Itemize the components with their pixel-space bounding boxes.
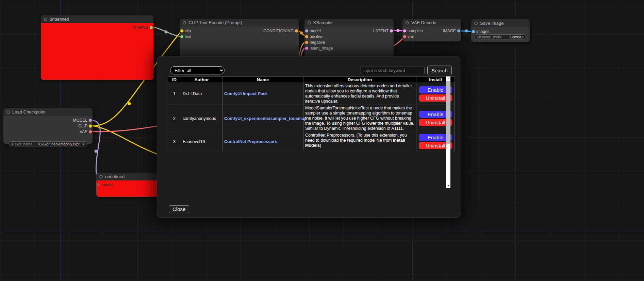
node-header[interactable]: VAE Decode <box>402 19 461 27</box>
input-slot-positive[interactable] <box>305 35 308 38</box>
link-midpoint-dot <box>300 32 303 35</box>
node-body: images filename_prefix ComfyUI <box>471 27 530 42</box>
table-scrollbar[interactable]: ▲ ▼ <box>446 76 450 188</box>
input-slot-vae[interactable] <box>403 35 406 38</box>
output-slot-vae[interactable] <box>89 130 92 133</box>
node-header[interactable]: KSampler <box>304 19 394 27</box>
output-label-conditioning: CONDITIONING <box>263 29 294 33</box>
node-title: undefined <box>50 17 69 22</box>
filename-prefix-widget[interactable]: filename_prefix ComfyUI <box>475 34 526 39</box>
output-slot-latent[interactable] <box>390 29 393 32</box>
collapse-dot-icon[interactable] <box>406 21 409 24</box>
node-body: samples IMAGE vae <box>402 27 461 41</box>
input-label-vae: vae <box>408 34 414 39</box>
extension-link[interactable]: ComfyUI_experiments/sampler_tonemap <box>224 116 307 121</box>
input-slot-model[interactable] <box>305 29 308 32</box>
node-header[interactable]: Load Checkpoint <box>3 108 93 116</box>
input-slot-text[interactable] <box>180 35 183 38</box>
collapse-dot-icon[interactable] <box>308 21 311 24</box>
increment-arrow-icon[interactable]: ▶ <box>83 143 85 145</box>
output-slot-conditioning[interactable] <box>295 29 298 32</box>
header-id: ID <box>168 77 181 83</box>
cell-name: ComfyUI_experiments/sampler_tonemap <box>222 105 303 132</box>
input-slot-clip[interactable] <box>180 29 183 32</box>
collapse-dot-icon[interactable] <box>99 175 103 178</box>
collapse-dot-icon[interactable] <box>183 21 186 24</box>
description-text: ) <box>320 143 321 148</box>
ckpt-name-widget[interactable]: ◀ ckpt_name v1-5-pruned-emaonly.ckpt ▶ <box>9 141 87 146</box>
cell-id: 1 <box>168 83 181 105</box>
link-midpoint-dot <box>165 31 168 34</box>
input-slot-images[interactable] <box>472 30 475 33</box>
node-body: STRING <box>41 23 153 80</box>
node-header[interactable]: Save Image <box>471 19 530 27</box>
node-load-checkpoint[interactable]: Load Checkpoint MODEL CLIP VAE ◀ ckpt_na… <box>3 108 93 144</box>
header-description: Description <box>303 77 416 83</box>
output-slot-string[interactable] <box>150 26 153 29</box>
scroll-down-icon[interactable]: ▼ <box>446 184 450 188</box>
node-header[interactable]: undefined <box>96 173 161 180</box>
link-midpoint-dot <box>397 29 400 32</box>
node-title: VAE Decode <box>411 20 436 25</box>
cell-id: 2 <box>168 105 181 132</box>
extension-link[interactable]: ComfyUI Impact Pack <box>224 91 268 96</box>
node-ksampler[interactable]: KSampler model LATENT positive negative … <box>304 19 394 59</box>
link-midpoint-dot <box>465 30 468 33</box>
cell-description: ControlNet Preprocessors. (To use this e… <box>303 132 416 151</box>
input-label-model: model <box>101 182 113 187</box>
collapse-dot-icon[interactable] <box>474 22 478 25</box>
node-title: undefined <box>105 174 125 179</box>
search-input[interactable] <box>361 67 425 74</box>
output-label-latent: LATENT <box>373 29 389 33</box>
node-undefined-top[interactable]: undefined STRING <box>41 15 153 80</box>
wire-clip-to-hidden <box>90 126 163 156</box>
widget-value: ComfyUI <box>510 35 524 39</box>
link-midpoint-dot <box>95 150 98 153</box>
scrollbar-thumb[interactable] <box>446 81 450 144</box>
output-label-string: STRING <box>133 25 148 30</box>
custom-nodes-manager-dialog: Filter: all Search ID Author Name Descri… <box>157 56 460 217</box>
grid-axis-horizontal <box>0 232 644 232</box>
node-clip-text-encode[interactable]: CLIP Text Encode (Prompt) clip CONDITION… <box>180 19 299 59</box>
header-name: Name <box>222 77 303 83</box>
extension-link[interactable]: ControlNet Preprocessors <box>224 139 277 144</box>
node-body: model <box>96 180 161 197</box>
input-slot-latent-image[interactable] <box>305 47 308 50</box>
node-save-image[interactable]: Save Image images filename_prefix ComfyU… <box>471 19 530 42</box>
filter-select[interactable]: Filter: all <box>170 66 225 74</box>
scroll-up-icon[interactable]: ▲ <box>446 76 450 81</box>
input-slot-negative[interactable] <box>305 41 308 44</box>
node-undefined-bottom[interactable]: undefined model <box>96 173 161 197</box>
cell-author: Dr.Lt.Data <box>181 83 222 105</box>
node-vae-decode[interactable]: VAE Decode samples IMAGE vae <box>402 19 461 41</box>
decrement-arrow-icon[interactable]: ◀ <box>11 143 13 145</box>
collapse-dot-icon[interactable] <box>6 110 10 114</box>
cell-author: Fannovel16 <box>181 132 222 151</box>
output-slot-clip[interactable] <box>89 124 92 127</box>
node-header[interactable]: undefined <box>41 15 153 23</box>
node-body: MODEL CLIP VAE ◀ ckpt_name v1-5-pruned-e… <box>3 116 93 144</box>
header-author: Author <box>181 77 222 83</box>
close-button[interactable]: Close <box>169 205 189 213</box>
input-label-images: images <box>476 29 490 34</box>
output-slot-image[interactable] <box>457 29 460 32</box>
input-label-text: text <box>185 34 191 39</box>
output-label-model: MODEL <box>73 118 87 123</box>
table-row: 1Dr.Lt.DataComfyUI Impact PackThis exten… <box>168 83 455 105</box>
table-header-row: ID Author Name Description Install <box>168 77 455 83</box>
table-row: 3Fannovel16ControlNet PreprocessorsContr… <box>168 132 455 151</box>
wire-string-to-text <box>151 27 182 36</box>
description-text: This extension offers various detector n… <box>305 84 412 104</box>
output-slot-model[interactable] <box>89 119 92 122</box>
collapse-dot-icon[interactable] <box>44 18 47 21</box>
search-button[interactable]: Search <box>427 66 452 75</box>
input-slot-model[interactable] <box>97 183 100 186</box>
description-text: ModelSamplerTonemapNoiseTest a node that… <box>305 106 414 131</box>
link-midpoint-dot <box>128 102 131 105</box>
input-slot-samples[interactable] <box>403 29 406 32</box>
node-header[interactable]: CLIP Text Encode (Prompt) <box>180 19 299 27</box>
input-label-positive: positive <box>310 34 324 39</box>
node-title: Load Checkpoint <box>12 109 46 115</box>
output-label-vae: VAE <box>80 129 87 134</box>
cell-name: ControlNet Preprocessors <box>222 132 303 151</box>
